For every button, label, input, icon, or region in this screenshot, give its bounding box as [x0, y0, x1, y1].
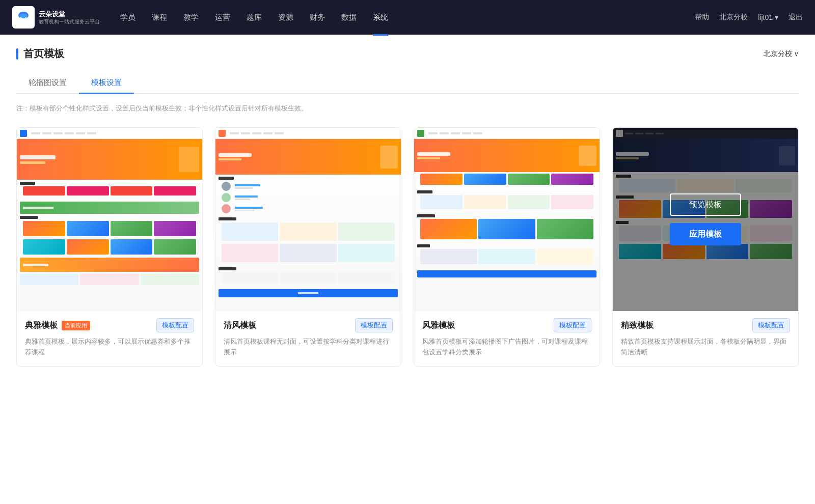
nav-questionbank[interactable]: 题库: [247, 11, 262, 24]
template-grid: 预览模板 应用模板 典雅模板 当前应用 模板配置 典雅首页模板，展示内容较多，可…: [16, 127, 799, 367]
template-card-jingzhi: 预览模板 应用模板 精致模板 模板配置 精致首页模板支持课程展示封面，各模板分隔…: [612, 127, 799, 367]
help-link[interactable]: 帮助: [695, 13, 709, 22]
svg-point-1: [19, 14, 28, 19]
template-desc-2: 清风首页模板课程无封面，可设置按学科分类对课程进行展示: [224, 337, 393, 358]
tab-carousel[interactable]: 轮播图设置: [16, 73, 79, 94]
preview-btn-3[interactable]: 预览模板: [471, 193, 542, 216]
preview-btn-4[interactable]: 预览模板: [670, 193, 741, 216]
template-preview-3: 预览模板 应用模板: [414, 128, 600, 311]
preview-btn-1[interactable]: 预览模板: [74, 193, 145, 216]
navbar-right: 帮助 北京分校 lijt01 ▾ 退出: [695, 13, 803, 22]
apply-btn-1[interactable]: 应用模板: [74, 223, 145, 245]
tab-template[interactable]: 模板设置: [79, 73, 134, 94]
navbar: 云朵设堂 教育机构一站式服务云平台 学员 课程 教学 运营 题库 资源 财务 数…: [0, 0, 815, 35]
logo-icon: [12, 6, 35, 29]
config-btn-1[interactable]: 模板配置: [156, 318, 194, 332]
nav-finance[interactable]: 财务: [310, 11, 325, 24]
chevron-down-icon: ▾: [775, 13, 778, 21]
branch-label[interactable]: 北京分校: [719, 13, 748, 22]
page-title: 首页模板: [23, 47, 64, 61]
logout-link[interactable]: 退出: [789, 13, 803, 22]
apply-btn-2[interactable]: 应用模板: [273, 223, 344, 245]
config-btn-2[interactable]: 模板配置: [355, 318, 393, 332]
template-info-2: 清风模板 模板配置 清风首页模板课程无封面，可设置按学科分类对课程进行展示: [215, 311, 401, 366]
page-content: 首页模板 北京分校 ∨ 轮播图设置 模板设置 注：模板有部分个性化样式设置，设置…: [0, 35, 815, 504]
template-card-qingfeng: 预览模板 应用模板 清风模板 模板配置 清风首页模板课程无封面，可设置按学科分类…: [215, 127, 401, 367]
current-badge-1: 当前应用: [62, 321, 90, 330]
template-card-fengya: 预览模板 应用模板 风雅模板 模板配置 风雅首页模板可添加轮播图下广告图片，可对…: [414, 127, 600, 367]
apply-btn-3[interactable]: 应用模板: [471, 223, 542, 245]
nav-teaching[interactable]: 教学: [183, 11, 199, 24]
nav-courses[interactable]: 课程: [152, 11, 167, 24]
nav-resources[interactable]: 资源: [278, 11, 293, 24]
logo-text: 云朵设堂 教育机构一站式服务云平台: [39, 10, 100, 25]
template-preview-4: 预览模板 应用模板: [613, 128, 798, 311]
template-name-1: 典雅模板: [25, 320, 58, 331]
preview-btn-2[interactable]: 预览模板: [273, 193, 344, 216]
nav-students[interactable]: 学员: [120, 11, 135, 24]
main-nav: 学员 课程 教学 运营 题库 资源 财务 数据 系统: [120, 11, 695, 24]
template-name-2: 清风模板: [224, 320, 256, 331]
template-desc-3: 风雅首页模板可添加轮播图下广告图片，可对课程及课程包设置学科分类展示: [422, 337, 591, 358]
config-btn-4[interactable]: 模板配置: [752, 318, 790, 332]
template-name-4: 精致模板: [621, 320, 654, 331]
nav-operations[interactable]: 运营: [215, 11, 230, 24]
template-info-3: 风雅模板 模板配置 风雅首页模板可添加轮播图下广告图片，可对课程及课程包设置学科…: [414, 311, 600, 366]
template-preview-2: 预览模板 应用模板: [215, 128, 401, 311]
template-preview-1: 预览模板 应用模板: [17, 128, 202, 311]
user-menu[interactable]: lijt01 ▾: [758, 13, 778, 21]
nav-data[interactable]: 数据: [341, 11, 357, 24]
template-info-1: 典雅模板 当前应用 模板配置 典雅首页模板，展示内容较多，可以展示优惠券和多个推…: [17, 311, 202, 366]
template-overlay-4: 预览模板 应用模板: [613, 128, 798, 311]
template-desc-4: 精致首页模板支持课程展示封面，各模板分隔明显，界面简洁清晰: [621, 337, 790, 358]
config-btn-3[interactable]: 模板配置: [554, 318, 591, 332]
template-card-diangyа: 预览模板 应用模板 典雅模板 当前应用 模板配置 典雅首页模板，展示内容较多，可…: [16, 127, 203, 367]
nav-system[interactable]: 系统: [373, 11, 388, 24]
logo[interactable]: 云朵设堂 教育机构一站式服务云平台: [12, 6, 100, 29]
template-name-3: 风雅模板: [422, 320, 455, 331]
note-text: 注：模板有部分个性化样式设置，设置后仅当前模板生效；非个性化样式设置后针对所有模…: [16, 104, 799, 113]
branch-selector[interactable]: 北京分校 ∨: [764, 49, 799, 59]
template-info-4: 精致模板 模板配置 精致首页模板支持课程展示封面，各模板分隔明显，界面简洁清晰: [613, 311, 798, 366]
tabs-bar: 轮播图设置 模板设置: [16, 73, 799, 94]
template-desc-1: 典雅首页模板，展示内容较多，可以展示优惠券和多个推荐课程: [25, 337, 194, 358]
branch-chevron-icon: ∨: [794, 50, 799, 58]
page-header: 首页模板 北京分校 ∨: [16, 47, 799, 61]
apply-btn-4[interactable]: 应用模板: [670, 223, 741, 245]
title-bar-accent: [16, 48, 18, 60]
page-title-wrap: 首页模板: [16, 47, 64, 61]
